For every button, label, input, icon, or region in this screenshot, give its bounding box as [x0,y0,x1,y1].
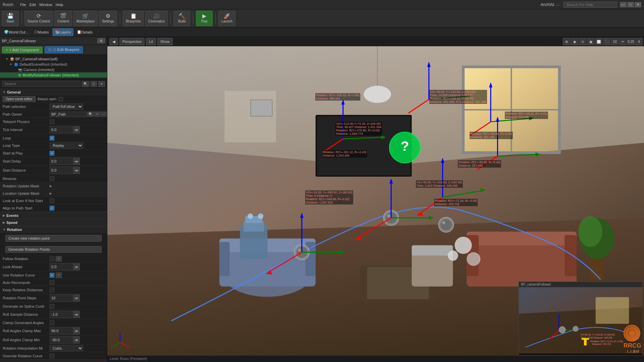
tree-item-scene-root[interactable]: ▼ 🔵 DefaultSceneRoot (Inherited) [0,62,107,67]
start-delay-input[interactable] [50,159,73,164]
svg-text:Z: Z [119,332,121,335]
tick-interval-arrow[interactable]: ◀▶ [73,126,79,133]
property-search-input[interactable] [2,81,80,87]
roll-clamp-min-input[interactable] [50,338,73,342]
tree-item-camera[interactable]: 📷 Camera (Inherited) [0,67,107,72]
start-delay-arrow[interactable]: ◀▶ [73,158,79,165]
use-rotation-curve-checkbox[interactable]: ✓ [50,273,54,278]
menu-help[interactable]: Help [54,2,65,7]
marketplace-button[interactable]: 🛒 Marketplace [73,11,98,26]
menu-file[interactable]: File [19,2,28,7]
eye-button[interactable]: 👁 [98,81,105,87]
add-component-button[interactable]: + + Add Component [2,47,43,53]
section-rotation-points[interactable]: ▶ Rotation Points [0,360,107,362]
look-ahead-arrow[interactable]: ◀▶ [73,263,79,270]
filter-button[interactable]: ☰ [91,81,97,87]
loop-type-select[interactable]: Replay Reverse [50,142,83,148]
edit-blueprint-button[interactable]: ⬡ ⬡ Edit Blueprint [45,46,83,53]
start-distance-label: Start Distance [3,168,50,172]
launch-button[interactable]: 🚀 Launch [218,11,235,26]
play-button[interactable]: ▶ Play [196,11,213,26]
modes-btn[interactable]: ⬡ Modes [32,28,51,36]
start-distance-input[interactable] [50,168,73,173]
reverse-checkbox[interactable] [50,176,54,181]
generate-rotation-button[interactable]: Generate Rotation Points [5,246,102,253]
start-distance-arrow[interactable]: ◀▶ [73,167,79,174]
open-curve-editor-button[interactable]: Open curve editor [3,96,36,102]
vp-tool-fov[interactable]: 4 [635,38,643,45]
vp-tool-pencil[interactable]: ✏ [619,38,627,45]
section-events[interactable]: ▶ Events [0,212,107,219]
roll-clamp-min-arrow[interactable]: ◀▶ [73,337,79,343]
roll-sample-arrow[interactable]: ◀▶ [73,311,79,318]
vp-tool-zoom[interactable]: 0.25 [627,38,635,45]
vp-tool-4[interactable]: ▣ [587,38,594,45]
tree-item-self[interactable]: ▼ 📦 BP_CameraFollower(self) [0,56,107,62]
align-path-start-checkbox[interactable]: ✓ [50,206,54,210]
vp-back-button[interactable]: ◀ [109,38,118,45]
menu-window[interactable]: Window [38,2,54,7]
details-btn[interactable]: 📋 Details [74,28,96,36]
vp-tool-5[interactable]: ⬜ [595,38,602,45]
lit-button[interactable]: Lit [146,38,156,45]
roll-sample-input[interactable] [50,312,73,317]
path-owner-edit[interactable]: ✏ [95,112,100,117]
title-text: Room [3,2,13,7]
clamp-angles-checkbox[interactable] [50,320,54,325]
blueprints-button[interactable]: 📋 Blueprints [123,11,144,26]
layers-btn[interactable]: 📚 Layers [52,28,73,36]
viewport[interactable]: ◀ Perspective Lit Show ⊞ ◉ ⊙ ▣ ⬜ ⬛ 10 ✏ [107,37,644,362]
perspective-button[interactable]: Perspective [119,38,145,45]
always-open-checkbox[interactable] [58,97,63,102]
maximize-button[interactable]: □ [627,2,634,7]
menu-edit[interactable]: Edit [28,2,37,7]
roll-clamp-max-input[interactable] [50,328,73,333]
settings-button[interactable]: ⚙ Settings [99,11,117,26]
rotation-point-steps-input[interactable] [50,296,73,300]
generate-spline-checkbox[interactable] [50,304,54,309]
tree-item-modify-rotation[interactable]: ⚙ ModifyRotationFollower (Inherited) [0,72,107,78]
auto-recompute-checkbox[interactable] [50,280,54,285]
vp-tool-grid[interactable]: 10 [611,38,619,45]
help-search-input[interactable] [564,2,617,8]
path-selection-select[interactable]: PathToFollow [50,104,83,110]
search-icon-button[interactable]: 🔍 [82,81,89,87]
tick-interval-input[interactable] [50,127,73,132]
close-button[interactable]: ✕ [635,2,641,7]
look-at-even-checkbox[interactable] [50,198,54,203]
source-control-button[interactable]: ⟳ Source Control [24,11,53,26]
vp-tool-3[interactable]: ⊙ [579,38,586,45]
vp-tool-6[interactable]: ⬛ [603,38,610,45]
loop-checkbox[interactable]: ✓ [50,136,54,140]
path-owner-input[interactable] [50,112,87,117]
prop-clamp-angles: Clamp Generated Angles [0,319,107,326]
cinematics-button[interactable]: 🎥 Cinematics [145,11,168,26]
section-general[interactable]: ▼ General [0,88,107,96]
keep-relative-checkbox[interactable] [50,288,54,292]
rotation-point-steps-arrow[interactable]: ◀▶ [73,295,79,301]
vp-tool-1[interactable]: ⊞ [563,38,570,45]
follow-rotation-extra[interactable]: ↺ [56,256,62,261]
roll-clamp-max-arrow[interactable]: ◀▶ [73,327,79,334]
show-button[interactable]: Show [157,38,173,45]
build-button[interactable]: 🔨 Build [173,11,190,26]
path-owner-arrow[interactable]: → [101,112,107,117]
start-at-play-checkbox[interactable]: ✓ [50,151,54,156]
teleport-physics-checkbox[interactable] [50,119,54,124]
path-owner-search[interactable]: 🔍 [87,112,94,117]
viewport-canvas[interactable]: ? [107,46,644,362]
vp-tool-2[interactable]: ◉ [571,38,578,45]
look-ahead-input[interactable] [50,264,73,269]
section-rotation[interactable]: ▼ Rotation [0,226,107,233]
content-button[interactable]: 🎬 Content [54,11,72,26]
create-rotation-button[interactable]: Create new rotation point [5,235,102,242]
world-outliner-btn[interactable]: 🌍 World Out... [1,28,31,36]
rotation-interp-select[interactable]: Cubic Linear [50,345,83,351]
follow-rotation-checkbox[interactable] [50,256,54,261]
minimize-button[interactable]: — [620,2,627,7]
settings-small-button[interactable]: ⚙ [97,38,105,43]
section-speed[interactable]: ▶ Speed [0,219,107,226]
save-button[interactable]: 💾 Save [2,11,19,26]
use-rotation-curve-extra[interactable]: ↺ [56,273,62,278]
override-rotation-checkbox[interactable] [50,354,54,358]
